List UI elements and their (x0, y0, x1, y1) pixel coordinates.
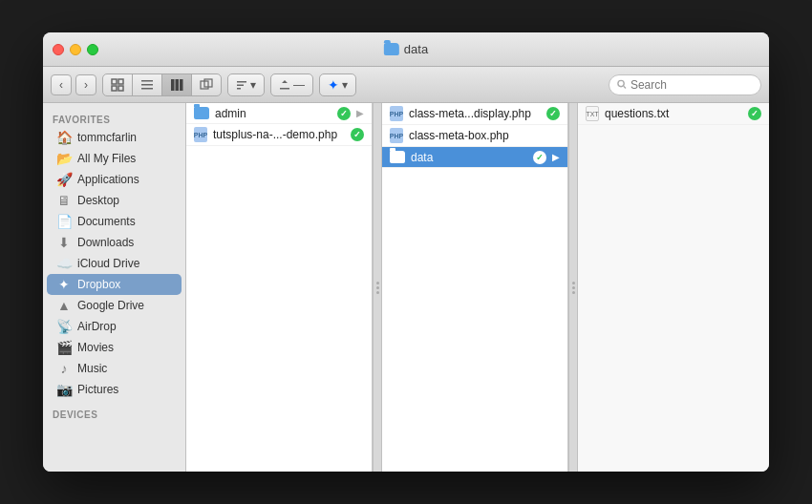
item-label: tutsplus-na-...-demo.php (213, 128, 345, 141)
sidebar-label: Music (77, 362, 107, 375)
forward-button[interactable]: › (75, 74, 96, 95)
sidebar-item-icloud-drive[interactable]: ☁️ iCloud Drive (47, 253, 182, 274)
sidebar-item-desktop[interactable]: 🖥 Desktop (47, 190, 182, 211)
dropbox-button[interactable]: ✦ ▾ (319, 74, 356, 96)
svg-rect-12 (237, 81, 246, 83)
folder-icon-admin (194, 107, 209, 119)
search-icon (617, 79, 627, 90)
doc-icon: 📄 (56, 214, 72, 229)
svg-line-17 (624, 86, 626, 88)
cloud-icon: ☁️ (56, 256, 72, 271)
sidebar-item-google-drive[interactable]: ▲ Google Drive (47, 295, 182, 316)
grid-view-button[interactable] (103, 74, 133, 95)
sidebar-label: iCloud Drive (77, 257, 139, 270)
sidebar-label: Documents (77, 215, 136, 228)
traffic-lights (53, 44, 98, 55)
action-button[interactable]: — (270, 74, 313, 96)
handle-dot (572, 282, 575, 284)
download-icon: ⬇ (56, 235, 72, 250)
handle-dot (376, 291, 379, 294)
arrange-button[interactable]: ▾ (227, 74, 265, 96)
house-icon: 🏠 (56, 130, 72, 145)
sidebar-item-pictures[interactable]: 📷 Pictures (47, 379, 182, 400)
item-label: data (411, 151, 527, 164)
window-title: data (384, 42, 428, 56)
col2-data[interactable]: data ▶ (382, 147, 567, 168)
item-label: class-meta...display.php (409, 107, 541, 120)
sidebar-label: Desktop (77, 194, 119, 207)
status-check-questions (748, 107, 761, 120)
sidebar-item-dropbox[interactable]: ✦ Dropbox (47, 274, 182, 295)
col2-class-meta-box[interactable]: PHP class-meta-box.php (382, 125, 567, 147)
search-box[interactable] (609, 74, 761, 95)
svg-rect-5 (141, 84, 153, 86)
svg-rect-0 (112, 79, 117, 84)
column-separator-1[interactable] (373, 103, 382, 472)
sidebar-item-documents[interactable]: 📄 Documents (47, 211, 182, 232)
back-button[interactable]: ‹ (51, 74, 72, 95)
rocket-icon: 🚀 (56, 172, 72, 187)
drive-icon: ▲ (56, 298, 72, 313)
devices-label: Devices (43, 406, 185, 422)
note-icon: ♪ (56, 361, 72, 376)
dropbox-icon: ✦ (328, 77, 339, 93)
php-icon-display: PHP (390, 106, 403, 121)
col2-class-meta-display[interactable]: PHP class-meta...display.php (382, 103, 567, 125)
svg-point-16 (618, 80, 624, 86)
col3-questions-txt[interactable]: TXT questions.txt (578, 103, 769, 125)
item-label: questions.txt (605, 107, 742, 120)
sidebar-item-tommcfarlin[interactable]: 🏠 tommcfarlin (47, 127, 182, 148)
status-check-tutsplus (351, 128, 364, 141)
list-view-button[interactable] (133, 74, 162, 95)
sidebar-label: Movies (77, 341, 114, 354)
svg-rect-3 (118, 86, 123, 91)
minimize-button[interactable] (70, 44, 81, 55)
wifi-icon: 📡 (56, 319, 72, 334)
handle-dot (572, 291, 575, 294)
svg-rect-7 (171, 79, 175, 91)
sidebar-label: Downloads (77, 236, 134, 249)
finder-window: data ‹ › (43, 32, 769, 472)
sidebar-item-applications[interactable]: 🚀 Applications (47, 169, 182, 190)
sidebar-item-movies[interactable]: 🎬 Movies (47, 337, 182, 358)
sidebar-item-airdrop[interactable]: 📡 AirDrop (47, 316, 182, 337)
svg-rect-6 (141, 88, 153, 90)
column-view-button[interactable] (162, 74, 192, 95)
svg-rect-15 (280, 88, 289, 90)
sidebar-item-downloads[interactable]: ⬇ Downloads (47, 232, 182, 253)
column-2: PHP class-meta...display.php PHP class-m… (382, 103, 568, 472)
close-button[interactable] (53, 44, 64, 55)
svg-rect-1 (118, 79, 123, 84)
column-separator-2[interactable] (568, 103, 578, 472)
status-check-display (546, 107, 560, 120)
chevron-icon: ▶ (552, 152, 560, 162)
svg-rect-8 (176, 79, 180, 91)
handle-dot (376, 286, 379, 289)
column-browser: admin ▶ PHP tutsplus-na-...-demo.php (186, 103, 769, 472)
clapper-icon: 🎬 (56, 340, 72, 355)
php-icon-tutsplus: PHP (194, 127, 207, 142)
cover-view-button[interactable] (192, 74, 221, 95)
maximize-button[interactable] (87, 44, 98, 55)
sidebar-label: Google Drive (77, 299, 144, 312)
sidebar-label: Applications (77, 173, 139, 186)
php-icon-box: PHP (390, 128, 403, 143)
sidebar: Favorites 🏠 tommcfarlin 📂 All My Files 🚀… (43, 103, 186, 472)
col1-admin[interactable]: admin ▶ (186, 103, 372, 124)
sidebar-label: tommcfarlin (77, 131, 137, 144)
txt-icon-questions: TXT (586, 106, 599, 121)
dropbox-arrow-icon: ▾ (342, 78, 348, 92)
svg-rect-9 (180, 79, 183, 91)
stack-icon: 📂 (56, 151, 72, 166)
nav-buttons: ‹ › (51, 74, 96, 95)
sidebar-item-music[interactable]: ♪ Music (47, 358, 182, 379)
search-input[interactable] (630, 78, 753, 92)
col1-tutsplus[interactable]: PHP tutsplus-na-...-demo.php (186, 124, 372, 146)
sidebar-label: Pictures (77, 383, 118, 396)
item-label: admin (215, 107, 331, 120)
folder-icon-data (390, 151, 405, 163)
titlebar: data (43, 32, 769, 67)
handle-dot (376, 282, 379, 284)
dropbox-sidebar-icon: ✦ (56, 277, 72, 292)
sidebar-item-all-my-files[interactable]: 📂 All My Files (47, 148, 182, 169)
